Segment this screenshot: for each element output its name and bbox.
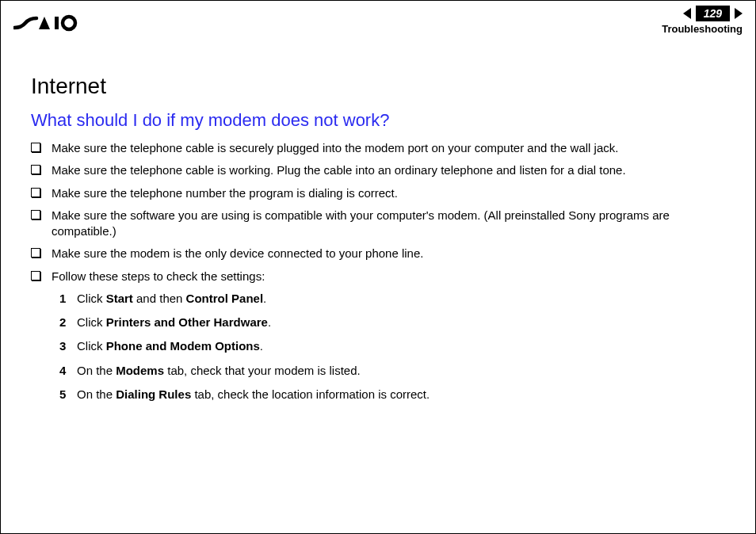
bullet-text: Make sure the telephone number the progr… <box>52 185 736 201</box>
prev-page-arrow-icon[interactable] <box>683 8 691 19</box>
step-text: On the Dialing Rules tab, check the loca… <box>77 387 736 402</box>
step-text: Click Printers and Other Hardware. <box>77 315 736 330</box>
checkbox-bullet-icon <box>31 188 40 197</box>
step-text-part: On the <box>77 387 116 401</box>
bullet-text: Make sure the software you are using is … <box>52 208 736 240</box>
step-bold: Control Panel <box>186 292 264 305</box>
step-bold: Dialing Rules <box>116 387 191 401</box>
question-heading: What should I do if my modem does not wo… <box>31 110 736 131</box>
step-text-part: tab, check that your modem is listed. <box>164 364 361 377</box>
step-number: 5 <box>59 387 77 402</box>
step-bold: Modems <box>116 364 164 377</box>
step-text-part: Click <box>77 292 106 305</box>
step-text-part: On the <box>77 364 116 377</box>
step-item: 1 Click Start and then Control Panel. <box>59 291 736 307</box>
step-number: 1 <box>59 291 77 307</box>
checkbox-bullet-icon <box>31 165 40 174</box>
document-page: 129 Troubleshooting Internet What should… <box>0 0 756 534</box>
bullet-text: Follow these steps to check the settings… <box>52 269 736 284</box>
list-item: Make sure the modem is the only device c… <box>31 246 736 261</box>
step-bold: Start <box>106 292 133 305</box>
checkbox-bullet-icon <box>31 271 40 280</box>
step-number: 4 <box>59 363 77 379</box>
list-item: Make sure the telephone cable is working… <box>31 162 736 178</box>
svg-rect-1 <box>55 17 59 29</box>
list-item: Make sure the telephone cable is securel… <box>31 140 736 156</box>
step-item: 5 On the Dialing Rules tab, check the lo… <box>59 387 736 402</box>
step-number: 2 <box>59 315 77 330</box>
step-text-part: Click <box>77 339 106 353</box>
list-item: Make sure the software you are using is … <box>31 208 736 240</box>
checkbox-bullet-icon <box>31 248 40 257</box>
step-text-part: . <box>263 292 266 305</box>
page-content: Internet What should I do if my modem do… <box>1 42 755 402</box>
step-item: 2 Click Printers and Other Hardware. <box>59 315 736 330</box>
page-number: 129 <box>704 7 722 20</box>
next-page-arrow-icon[interactable] <box>735 8 743 19</box>
step-item: 4 On the Modems tab, check that your mod… <box>59 363 736 379</box>
step-text-part: . <box>268 315 271 329</box>
steps-list: 1 Click Start and then Control Panel. 2 … <box>59 291 736 402</box>
header-section-label: Troubleshooting <box>662 23 743 35</box>
list-item: Follow these steps to check the settings… <box>31 269 736 284</box>
page-number-nav: 129 <box>683 6 743 21</box>
step-text-part: and then <box>133 292 186 305</box>
step-text-part: Click <box>77 315 106 329</box>
step-bold: Phone and Modem Options <box>106 339 260 353</box>
vaio-logo <box>13 12 93 34</box>
bullet-list: Make sure the telephone cable is securel… <box>31 140 736 284</box>
bullet-text: Make sure the telephone cable is working… <box>52 162 736 178</box>
step-text: On the Modems tab, check that your modem… <box>77 363 736 379</box>
page-number-badge: 129 <box>696 6 730 21</box>
bullet-text: Make sure the telephone cable is securel… <box>52 140 736 156</box>
bullet-text: Make sure the modem is the only device c… <box>52 246 736 261</box>
page-header: 129 Troubleshooting <box>1 1 755 42</box>
step-number: 3 <box>59 338 77 354</box>
step-item: 3 Click Phone and Modem Options. <box>59 338 736 354</box>
list-item: Make sure the telephone number the progr… <box>31 185 736 201</box>
section-title: Internet <box>31 74 736 99</box>
step-bold: Printers and Other Hardware <box>106 315 268 329</box>
step-text: Click Start and then Control Panel. <box>77 291 736 307</box>
step-text-part: tab, check the location information is c… <box>191 387 430 401</box>
checkbox-bullet-icon <box>31 210 40 219</box>
step-text: Click Phone and Modem Options. <box>77 338 736 354</box>
checkbox-bullet-icon <box>31 143 40 152</box>
svg-point-2 <box>63 17 75 29</box>
svg-marker-0 <box>39 17 50 29</box>
step-text-part: . <box>260 339 263 353</box>
